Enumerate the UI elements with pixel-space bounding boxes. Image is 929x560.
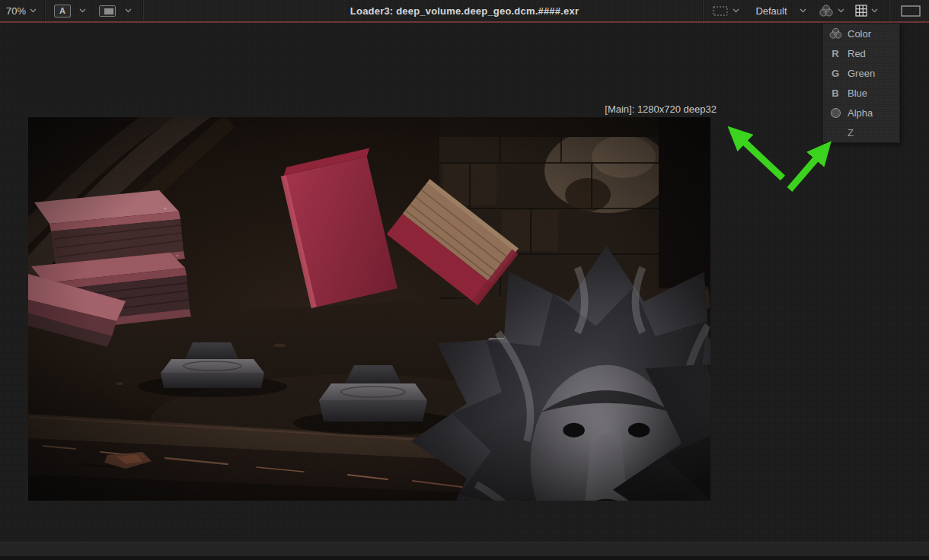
chevron-down-icon[interactable]: [733, 8, 739, 13]
menu-item-label: Red: [848, 48, 866, 59]
region-of-interest-icon[interactable]: [712, 5, 729, 17]
alpha-circle-icon: [823, 107, 848, 119]
lut-control[interactable]: Default: [753, 5, 806, 17]
checker-grid-control[interactable]: [855, 5, 878, 17]
menu-item-red[interactable]: R Red: [823, 43, 899, 63]
chevron-down-icon[interactable]: [30, 8, 37, 13]
viewer-canvas-area[interactable]: [Main]: 1280x720 deep32: [0, 23, 929, 542]
chevron-down-icon[interactable]: [871, 8, 878, 13]
toolbar-separator: [702, 0, 703, 21]
blue-channel-letter-icon: B: [823, 88, 848, 99]
zoom-level-value[interactable]: 70%: [6, 5, 26, 17]
lut-value[interactable]: Default: [753, 5, 790, 17]
subview-control[interactable]: [98, 5, 132, 18]
chevron-down-icon[interactable]: [125, 8, 132, 13]
menu-item-label: Alpha: [848, 107, 873, 119]
fusion-viewer-window: 70% A Loader3: deep_volume.deep_geo.dcm.…: [0, 0, 929, 560]
grid-icon[interactable]: [855, 5, 867, 17]
channel-select-control[interactable]: [819, 4, 844, 18]
menu-item-alpha[interactable]: Alpha: [823, 103, 899, 123]
transport-bar: [0, 542, 929, 560]
menu-item-label: Z: [848, 127, 854, 138]
single-view-icon[interactable]: [900, 5, 921, 18]
menu-item-color[interactable]: Color: [823, 24, 899, 43]
red-channel-letter-icon: R: [823, 48, 848, 59]
roi-control[interactable]: [712, 5, 739, 17]
toolbar-separator: [44, 0, 45, 21]
zoom-level-control[interactable]: 70%: [6, 5, 37, 17]
chevron-down-icon[interactable]: [838, 8, 844, 13]
viewer-image[interactable]: [28, 117, 710, 501]
menu-item-z[interactable]: Z: [823, 123, 899, 142]
buffer-a-button[interactable]: A: [54, 5, 71, 18]
menu-item-label: Blue: [848, 88, 867, 99]
viewer-toolbar: 70% A Loader3: deep_volume.deep_geo.dcm.…: [0, 0, 929, 21]
menu-item-blue[interactable]: B Blue: [823, 83, 899, 103]
image-status-text: [Main]: 1280x720 deep32: [605, 103, 717, 115]
rgb-venn-icon[interactable]: [819, 4, 834, 18]
subview-icon[interactable]: [98, 5, 117, 18]
chevron-down-icon[interactable]: [800, 8, 806, 13]
channel-dropdown-menu: Color R Red G Green B Blue Alpha Z: [822, 23, 900, 143]
lion-still-life-photo: [28, 117, 710, 501]
buffer-ab-control[interactable]: A: [54, 5, 86, 18]
menu-item-green[interactable]: G Green: [823, 63, 899, 83]
menu-item-label: Green: [848, 68, 875, 79]
toolbar-separator: [142, 0, 143, 21]
menu-item-label: Color: [848, 28, 871, 40]
chevron-down-icon[interactable]: [79, 8, 86, 13]
rgb-venn-icon: [823, 27, 848, 40]
green-channel-letter-icon: G: [823, 68, 848, 79]
toolbar-separator: [889, 0, 889, 21]
